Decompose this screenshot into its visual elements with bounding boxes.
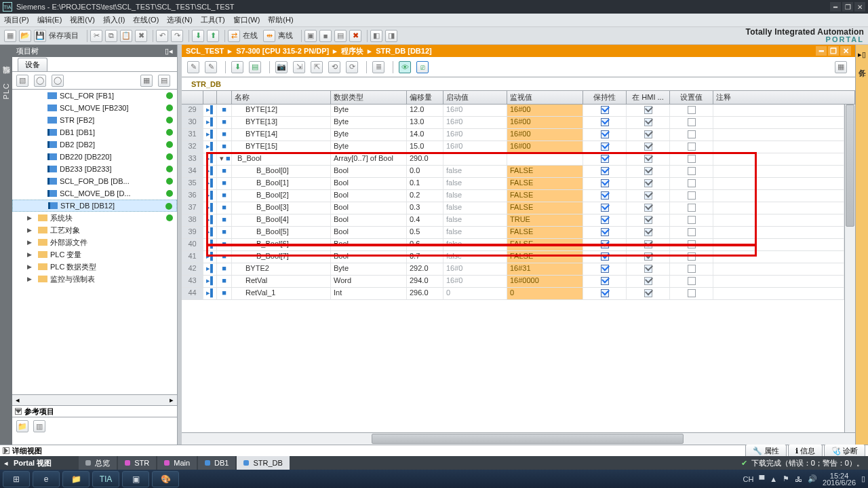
- checkbox[interactable]: [644, 228, 652, 236]
- checkbox[interactable]: [688, 265, 696, 273]
- portal-tab[interactable]: STR_DB: [237, 456, 289, 470]
- minimize-button[interactable]: ━: [830, 2, 841, 12]
- portal-view-label[interactable]: Portal 视图: [14, 458, 52, 468]
- detail-toggle-icon[interactable]: [3, 447, 9, 454]
- reference-projects-header[interactable]: 参考项目: [12, 405, 177, 417]
- checkbox[interactable]: [688, 216, 696, 224]
- checkbox[interactable]: [601, 167, 609, 175]
- checkbox[interactable]: [688, 130, 696, 138]
- tree-item[interactable]: ▶外部源文件: [12, 236, 177, 248]
- checkbox[interactable]: [644, 106, 652, 114]
- menu-tools[interactable]: 工具(T): [201, 15, 225, 25]
- cross-ref-icon[interactable]: ▤: [334, 30, 347, 42]
- tree-view2-icon[interactable]: ▤: [158, 75, 170, 87]
- checkbox[interactable]: [644, 204, 652, 212]
- tree-back-icon[interactable]: ◯: [34, 75, 46, 87]
- et-save-icon[interactable]: ▤: [249, 61, 261, 73]
- menu-view[interactable]: 视图(V): [70, 15, 95, 25]
- checkbox[interactable]: [688, 252, 696, 261]
- grid-vscroll[interactable]: [844, 105, 855, 432]
- checkbox[interactable]: [688, 228, 696, 236]
- maximize-button[interactable]: ❐: [842, 2, 853, 12]
- system-tray[interactable]: CH ▀ ▲ ⚑ 🖧 🔊 15:242016/6/26 ▯: [743, 472, 865, 486]
- table-row[interactable]: 41▸▌■B_Bool[7]Bool0.7falseFALSE: [182, 251, 844, 263]
- portal-tab[interactable]: 总览: [79, 456, 117, 470]
- task-ie-icon[interactable]: e: [33, 471, 60, 487]
- tree-add-icon[interactable]: ▧: [16, 75, 28, 87]
- open-project-icon[interactable]: 📂: [19, 30, 31, 42]
- sim-icon[interactable]: ▣: [304, 30, 317, 42]
- go-online-icon[interactable]: ⇄: [228, 30, 240, 42]
- left-rail[interactable]: PLC 编程: [0, 45, 12, 445]
- portal-tab[interactable]: STR: [118, 456, 156, 470]
- tray-clock[interactable]: 15:242016/6/26: [823, 472, 856, 486]
- checkbox[interactable]: [644, 191, 652, 200]
- et-settings-icon[interactable]: ▦: [835, 61, 847, 73]
- checkbox[interactable]: [601, 179, 609, 187]
- tree-view1-icon[interactable]: ▦: [140, 75, 153, 87]
- menu-project[interactable]: 项目(P): [4, 15, 29, 25]
- start-button[interactable]: ⊞: [3, 471, 30, 487]
- checkbox[interactable]: [644, 216, 652, 224]
- editor-max-icon[interactable]: ❐: [828, 46, 839, 56]
- editor-min-icon[interactable]: ━: [816, 46, 827, 56]
- et-a-icon[interactable]: ⇲: [293, 61, 305, 73]
- checkbox[interactable]: [644, 265, 652, 273]
- tree-item[interactable]: SCL_FOR [FB1]: [12, 90, 177, 102]
- table-row[interactable]: 38▸▌■B_Bool[4]Bool0.4falseTRUE: [182, 214, 844, 227]
- checkbox[interactable]: [688, 289, 696, 297]
- checkbox[interactable]: [601, 289, 609, 297]
- checkbox[interactable]: [601, 204, 609, 212]
- tray-ime[interactable]: CH: [743, 475, 753, 483]
- table-row[interactable]: 44▸▌■RetVal_1Int296.000: [182, 288, 844, 300]
- checkbox[interactable]: [601, 240, 609, 248]
- bc-3[interactable]: STR_DB [DB12]: [376, 47, 432, 55]
- bc-2[interactable]: 程序块: [341, 46, 363, 56]
- et-load-icon[interactable]: ⬇: [231, 61, 243, 73]
- tray-action-icon[interactable]: ⚑: [783, 474, 789, 483]
- tree-fwd-icon[interactable]: ◯: [52, 75, 64, 87]
- checkbox[interactable]: [601, 265, 609, 273]
- et-1-icon[interactable]: ✎: [187, 61, 199, 73]
- col-monitor[interactable]: 监视值: [507, 91, 583, 104]
- checkbox[interactable]: [644, 167, 652, 175]
- checkbox[interactable]: [688, 277, 696, 285]
- checkbox[interactable]: [601, 277, 609, 285]
- checkbox[interactable]: [601, 252, 609, 261]
- tree-item[interactable]: ▶PLC 数据类型: [12, 261, 177, 273]
- delete-icon[interactable]: ✖: [135, 30, 147, 42]
- col-name[interactable]: 名称: [232, 91, 331, 104]
- col-set[interactable]: 设置值: [670, 91, 713, 104]
- task-tia-icon[interactable]: TIA: [92, 471, 119, 487]
- et-d-icon[interactable]: ⟳: [346, 61, 358, 73]
- reference-toggle-icon[interactable]: [15, 408, 22, 415]
- checkbox[interactable]: [688, 167, 696, 175]
- bc-0[interactable]: SCL_TEST: [186, 47, 224, 55]
- paste-icon[interactable]: 📋: [120, 30, 132, 42]
- col-offset[interactable]: 偏移量: [407, 91, 443, 104]
- show-desktop[interactable]: ▯: [861, 474, 865, 483]
- table-row[interactable]: 39▸▌■B_Bool[5]Bool0.5falseFALSE: [182, 227, 844, 239]
- checkbox[interactable]: [644, 252, 652, 261]
- editor-close-icon[interactable]: ✕: [840, 46, 851, 56]
- detail-view-header[interactable]: 详细视图 🔧 属性 ℹ 信息 🩺 诊断: [0, 445, 868, 456]
- ref-open-icon[interactable]: ▥: [33, 420, 45, 432]
- checkbox[interactable]: [688, 118, 696, 126]
- checkbox[interactable]: [688, 143, 696, 151]
- tree-item[interactable]: DB1 [DB1]: [12, 126, 177, 138]
- save-project-icon[interactable]: 💾: [34, 30, 46, 42]
- checkbox[interactable]: [601, 191, 609, 200]
- checkbox[interactable]: [688, 155, 696, 163]
- col-type[interactable]: 数据类型: [331, 91, 407, 104]
- table-row[interactable]: 42▸▌■BYTE2Byte292.016#016#31: [182, 263, 844, 276]
- download-icon[interactable]: ⬇: [192, 30, 204, 42]
- ref-add-icon[interactable]: 📁: [16, 420, 28, 432]
- menu-options[interactable]: 选项(N): [167, 15, 192, 25]
- new-project-icon[interactable]: ▦: [4, 30, 16, 42]
- checkbox[interactable]: [688, 106, 696, 114]
- table-row[interactable]: 30▸▌■BYTE[13]Byte13.016#016#00: [182, 117, 844, 129]
- et-c-icon[interactable]: ⟲: [328, 61, 340, 73]
- col-remark[interactable]: 注释: [713, 91, 855, 104]
- tree-item[interactable]: DB233 [DB233]: [12, 163, 177, 175]
- redo-icon[interactable]: ↷: [171, 30, 183, 42]
